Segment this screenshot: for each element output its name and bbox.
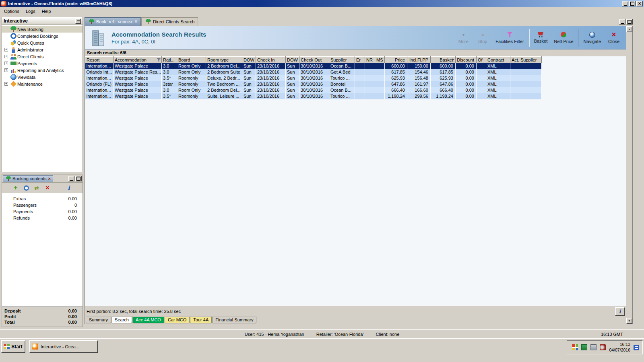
column-header-nr[interactable]: NR	[365, 57, 375, 63]
input-language-icon[interactable]	[634, 345, 639, 350]
sidebar-item-payments[interactable]: Payments	[2, 60, 83, 67]
expand-plus-icon[interactable]	[4, 55, 8, 58]
facilities-filter-button[interactable]: Facilities Filter	[492, 28, 527, 47]
more-button[interactable]: More	[454, 28, 473, 47]
list-item-label: Profit	[4, 314, 16, 319]
info-icon[interactable]	[66, 185, 72, 191]
table-cell: Roomonly	[177, 81, 206, 87]
table-row[interactable]: Internation...Westgate Palace3.5*Roomonl…	[85, 75, 542, 81]
column-header-of[interactable]: Of	[477, 57, 486, 63]
delete-icon[interactable]	[45, 185, 51, 191]
column-header-rati[interactable]: Rati...	[162, 57, 177, 63]
column-header-contract[interactable]: Contract	[486, 57, 510, 63]
page-tab-car-mco[interactable]: Car MCO	[165, 317, 190, 323]
table-row[interactable]: Orlando (FL)Westgate Palace3starRoomonly…	[85, 81, 542, 87]
expand-plus-icon[interactable]	[4, 48, 8, 51]
column-header-basket[interactable]: Basket	[431, 57, 456, 63]
column-header-ms[interactable]: MS	[375, 57, 385, 63]
table-cell: Westgate Palace	[114, 81, 162, 87]
stop-button[interactable]: Stop	[473, 28, 492, 47]
page-tab-financial-summary[interactable]: Financial Summary	[212, 317, 256, 323]
table-cell: Internation...	[85, 63, 114, 69]
filter-funnel-icon[interactable]	[157, 58, 161, 62]
table-cell: XML	[486, 75, 510, 81]
sidebar-item-administrator[interactable]: Administrator	[2, 46, 83, 53]
scroll-down-icon[interactable]	[626, 318, 632, 324]
column-header-discount[interactable]: Discount	[456, 57, 477, 63]
basket-button[interactable]: Basket	[531, 28, 551, 47]
table-row[interactable]: Internation...Westgate Palace3.0Room Onl…	[85, 63, 542, 69]
start-button[interactable]: Start	[1, 340, 25, 353]
column-header-check-in[interactable]: Check In	[256, 57, 286, 63]
column-header-act-supplier[interactable]: Act. Supplier	[510, 57, 542, 63]
table-cell: 3.5*	[162, 75, 177, 81]
booking-contents-tab[interactable]: Booking contents	[3, 175, 53, 182]
table-row[interactable]: Orlando Int...Westgate Palace Res...3.0R…	[85, 69, 542, 75]
sidebar-item-maintenance[interactable]: Maintenance	[2, 80, 83, 87]
menu-help[interactable]: Help	[39, 8, 54, 15]
clock-icon[interactable]	[24, 185, 29, 191]
table-row[interactable]: Internation...Westgate Palace3.5*Roomonl…	[85, 93, 542, 99]
transfer-icon[interactable]	[34, 185, 40, 191]
column-header-dow[interactable]: DOW	[286, 57, 299, 63]
tab-close-icon[interactable]	[48, 177, 50, 181]
menu-options[interactable]: Options	[1, 8, 23, 15]
vertical-scrollbar[interactable]	[626, 26, 632, 324]
navigate-button[interactable]: Navigate	[580, 28, 604, 47]
title-bar: Interactive - Ocean-Florida (code: wM3mG…	[0, 0, 644, 7]
message-icon[interactable]	[581, 344, 587, 350]
mdi-minimize-button[interactable]	[619, 19, 625, 25]
volume-icon[interactable]	[600, 344, 606, 350]
table-cell: Room Only	[177, 87, 206, 93]
close-button[interactable]	[636, 1, 643, 6]
expand-plus-icon[interactable]	[4, 62, 8, 65]
tab-close-icon[interactable]	[135, 19, 137, 24]
page-tab-acc-4a-mco[interactable]: Acc 4A MCO	[132, 317, 164, 323]
column-header-er[interactable]: Er	[355, 57, 365, 63]
column-header-check-out[interactable]: Check Out	[299, 57, 329, 63]
page-tab-tour-4a[interactable]: Tour 4A	[190, 317, 212, 323]
sidebar-item-viewdata[interactable]: Viewdata	[2, 74, 83, 80]
display-icon[interactable]	[590, 344, 597, 350]
info-button[interactable]	[615, 307, 625, 316]
column-header-dow[interactable]: DOW	[242, 57, 256, 63]
panel-minimize-button[interactable]	[68, 176, 74, 181]
column-header-incl-fl-pp[interactable]: Incl.Fl.PP	[407, 57, 431, 63]
expand-plus-icon[interactable]	[4, 68, 8, 72]
collapse-panel-button[interactable]	[75, 19, 81, 24]
expand-plus-icon[interactable]	[4, 82, 8, 86]
sort-icon[interactable]	[452, 59, 454, 60]
close-page-button[interactable]: Close	[604, 28, 623, 47]
sidebar-item-completed-bookings[interactable]: Completed Bookings	[2, 33, 83, 39]
add-icon[interactable]	[13, 185, 19, 191]
sidebar-item-direct-clients[interactable]: Direct Clients	[2, 53, 83, 60]
nett-price-button[interactable]: Nett Price	[551, 28, 576, 47]
more-icon	[460, 32, 467, 38]
sidebar-item-quick-quotes[interactable]: Quick Quotes	[2, 39, 83, 46]
taskbar-app-button[interactable]: Interactive - Ocea...	[29, 340, 98, 353]
table-row[interactable]: Internation...Westgate Palace3.0Room Onl…	[85, 87, 542, 93]
tab-direct-clients-search[interactable]: Direct Clients Search	[141, 17, 198, 26]
page-tab-search[interactable]: Search	[111, 317, 132, 323]
palm-transfer-icon[interactable]	[56, 185, 61, 191]
column-header-supplier[interactable]: Supplier	[329, 57, 355, 63]
maximize-button[interactable]	[629, 1, 636, 6]
tray-time: 16:13	[609, 342, 630, 347]
page-tab-summary[interactable]: Summary	[86, 317, 111, 323]
scroll-up-icon[interactable]	[626, 26, 632, 32]
sidebar-item-new-booking[interactable]: New Booking	[2, 26, 83, 33]
column-header-accommodation[interactable]: Accommodation	[114, 57, 162, 63]
column-header-resort[interactable]: Resort	[85, 57, 114, 63]
menu-logs[interactable]: Logs	[23, 8, 39, 15]
table-cell: 23/10/2016	[256, 75, 286, 81]
tab-book-ref[interactable]: Book. ref.: <none>	[85, 17, 141, 26]
results-summary-bar: Search results: 6/6	[85, 49, 626, 56]
panel-maximize-button[interactable]	[75, 176, 82, 181]
column-header-price[interactable]: Price	[385, 57, 407, 63]
sidebar-item-reporting-and-analytics[interactable]: Reporting and Analytics	[2, 67, 83, 74]
minimize-button[interactable]	[622, 1, 628, 6]
column-header-board[interactable]: Board	[177, 57, 206, 63]
mdi-restore-button[interactable]	[626, 19, 633, 25]
windows-update-icon[interactable]	[572, 344, 578, 350]
column-header-room-type[interactable]: Room type	[206, 57, 242, 63]
